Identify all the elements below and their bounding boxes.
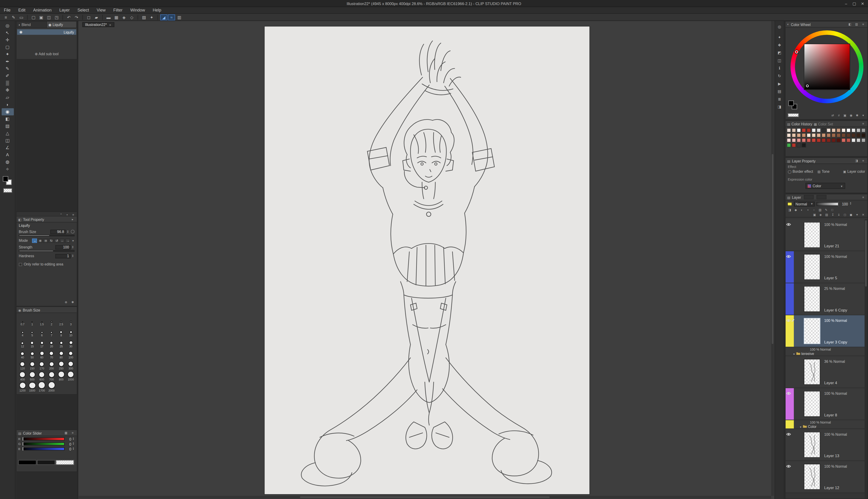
layer-name[interactable]: Layer 4 xyxy=(824,381,837,385)
layer-name[interactable]: tereeive xyxy=(801,352,814,356)
menu-view[interactable]: View xyxy=(93,7,109,14)
inactive-palette-tab[interactable] xyxy=(804,195,814,199)
auto-select-icon[interactable]: ✦ xyxy=(148,14,155,20)
history-swatch[interactable] xyxy=(851,128,856,133)
layer-thumbnail[interactable] xyxy=(804,254,820,280)
brush-size-preset-700[interactable]: 700 xyxy=(47,370,57,381)
history-swatch[interactable] xyxy=(792,143,796,147)
history-swatch[interactable] xyxy=(856,138,861,143)
expression-color-select[interactable]: Color ▼ xyxy=(805,183,845,188)
canvas-paper[interactable] xyxy=(265,26,590,494)
history-swatch[interactable] xyxy=(856,133,861,137)
opacity-stepper[interactable]: ▲▼ xyxy=(849,202,852,205)
tone-toggle[interactable]: ▨Tone xyxy=(818,170,830,173)
stabilization-icon[interactable]: ≈ xyxy=(168,14,175,20)
layer-thumbnail[interactable] xyxy=(804,318,820,344)
brush-size-preset-200[interactable]: 200 xyxy=(47,359,57,370)
history-swatch[interactable] xyxy=(801,133,806,137)
tool-fill[interactable]: ◧ xyxy=(1,115,14,123)
brush-size-preset-3[interactable]: 3 xyxy=(66,315,76,326)
menu-help[interactable]: Help xyxy=(149,7,165,14)
green-slider[interactable] xyxy=(22,442,65,446)
folder-expand-toggle[interactable]: ▾ xyxy=(800,425,801,428)
layer-name[interactable]: Layer 13 xyxy=(824,454,839,458)
sv-cursor[interactable] xyxy=(806,84,809,87)
color-history-tab[interactable]: ▤ Color History xyxy=(787,122,812,126)
tool-settings-icon[interactable]: ✎ xyxy=(10,14,17,20)
layer-thumbnail[interactable] xyxy=(804,464,820,490)
history-swatch[interactable] xyxy=(797,128,801,133)
blue-stepper[interactable]: ▲▼ xyxy=(72,447,75,450)
brush-size-slider[interactable] xyxy=(19,235,75,236)
navigator-icon[interactable]: ◩ xyxy=(776,49,784,56)
layer-thumbnail[interactable] xyxy=(804,286,820,312)
layer-palette-color-chip[interactable] xyxy=(787,202,792,206)
tool-airbrush[interactable]: ▒ xyxy=(1,80,14,87)
wheel-settings-icon[interactable]: ✱ xyxy=(855,113,860,117)
history-swatch[interactable] xyxy=(801,138,806,143)
hardness-stepper[interactable]: ▲▼ xyxy=(72,254,75,257)
transparent-color-swatch[interactable] xyxy=(3,188,12,193)
panel-menu-icon[interactable]: ≡ xyxy=(71,212,76,217)
clip-at-layer-below-icon[interactable]: ◨ xyxy=(787,207,792,212)
auto-action-icon[interactable]: ▶ xyxy=(776,80,784,87)
panel-menu-icon[interactable]: ≡ xyxy=(861,121,866,126)
tool-operation[interactable]: ↖ xyxy=(1,29,14,36)
strength-stepper[interactable]: ▲▼ xyxy=(72,245,75,249)
brush-size-preset-70[interactable]: 70 xyxy=(47,348,57,359)
combine-to-lower-icon[interactable]: ⇓ xyxy=(836,212,842,217)
lock-transparent-pixels-icon[interactable]: ▫ xyxy=(811,207,817,212)
mode-push-right-icon[interactable]: → xyxy=(65,238,70,243)
history-swatch[interactable] xyxy=(792,138,796,143)
brush-size-input[interactable]: 96.8 xyxy=(50,229,65,234)
brush-size-preset-1500[interactable]: 1500 xyxy=(27,381,37,392)
history-swatch[interactable] xyxy=(787,143,791,147)
layer-thumbnail[interactable] xyxy=(804,359,820,385)
color-set-tab[interactable]: ▦ Color Set xyxy=(814,122,833,126)
select-area-icon[interactable]: ▧ xyxy=(141,14,147,20)
layer-visibility-toggle[interactable] xyxy=(786,319,795,322)
brush-size-stepper[interactable]: ▲▼ xyxy=(67,230,70,233)
blue-slider[interactable] xyxy=(22,447,65,450)
subtool-tab-liquify[interactable]: ◉ Liquify xyxy=(47,22,77,28)
history-swatch[interactable] xyxy=(841,133,846,137)
layer-row-layer-3-copy[interactable]: 100 % NormalLayer 3 Copy xyxy=(786,315,865,347)
wheel-grid-icon[interactable]: ▥ xyxy=(854,22,859,26)
inactive-palette-tab[interactable] xyxy=(817,195,826,199)
brush-size-preset-1.5[interactable]: 1.5 xyxy=(37,315,47,326)
enable-mask-icon[interactable]: ▧ xyxy=(818,207,823,212)
mode-dropdown-icon[interactable]: ▾ xyxy=(72,238,75,243)
saturation-value-square[interactable] xyxy=(804,44,850,90)
history-swatch[interactable] xyxy=(797,133,801,137)
history-swatch[interactable] xyxy=(826,138,831,143)
anti-aliasing-icon[interactable]: ◢ xyxy=(160,14,167,20)
tool-figure[interactable]: △ xyxy=(1,130,14,137)
undo-icon[interactable]: ↶ xyxy=(65,14,72,20)
history-swatch[interactable] xyxy=(821,133,826,137)
layer-name[interactable]: Color xyxy=(808,425,817,429)
reference-layer-icon[interactable]: □ xyxy=(830,207,835,212)
brush-size-preset-20[interactable]: 20 xyxy=(47,337,57,348)
layer-row-color[interactable]: 100 % Normal▾Color xyxy=(786,420,865,429)
onion-skin-icon[interactable]: ◐ xyxy=(799,207,805,212)
brush-size-preset-1700[interactable]: 1700 xyxy=(37,381,47,392)
history-swatch[interactable] xyxy=(851,133,856,137)
open-file-icon[interactable]: ▣ xyxy=(37,14,45,20)
tool-gradient[interactable]: ▤ xyxy=(1,123,14,130)
history-swatch[interactable] xyxy=(851,138,856,143)
draft-layer-icon[interactable]: ✎ xyxy=(823,207,829,212)
brush-size-preset-1200[interactable]: 1200 xyxy=(18,381,27,392)
layer-name[interactable]: Layer 21 xyxy=(824,244,839,248)
history-swatch[interactable] xyxy=(807,138,811,143)
folder-expand-toggle[interactable]: ▾ xyxy=(793,352,795,355)
canvas-horizontal-scrollbar[interactable] xyxy=(79,496,771,499)
brush-size-preset-120[interactable]: 120 xyxy=(18,359,27,370)
menu-file[interactable]: File xyxy=(0,7,14,14)
history-swatch[interactable] xyxy=(846,138,851,143)
brush-size-preset-170[interactable]: 170 xyxy=(37,359,47,370)
menu-layer[interactable]: Layer xyxy=(56,7,74,14)
apply-mask-icon[interactable]: ◼ xyxy=(848,212,854,217)
menu-select[interactable]: Select xyxy=(74,7,93,14)
lock-layer-icon[interactable]: ▪ xyxy=(805,207,810,212)
clear-icon[interactable]: ◻ xyxy=(85,14,92,20)
